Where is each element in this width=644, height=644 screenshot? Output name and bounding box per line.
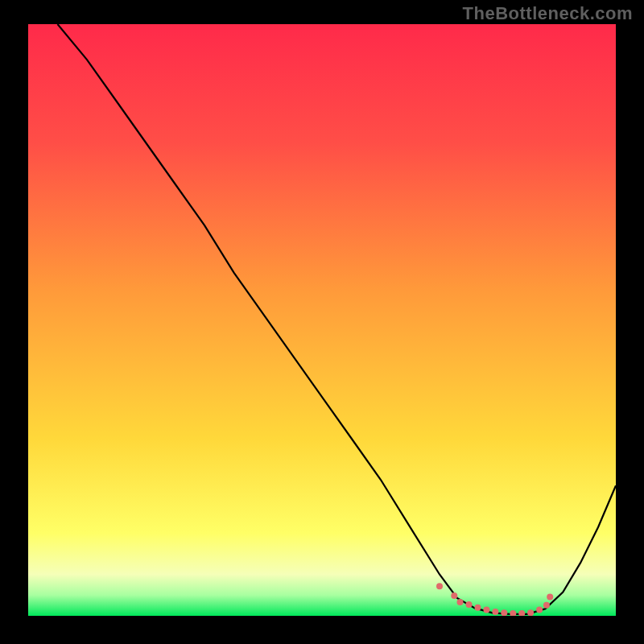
valley-marker xyxy=(436,583,443,589)
valley-marker xyxy=(466,601,473,608)
valley-marker xyxy=(483,607,489,613)
valley-marker xyxy=(527,609,534,616)
valley-marker xyxy=(492,609,498,615)
plot-svg xyxy=(28,24,616,616)
valley-marker xyxy=(501,609,507,616)
valley-marker xyxy=(451,592,457,599)
valley-marker xyxy=(543,602,550,609)
chart-frame: TheBottleneck.com xyxy=(0,0,644,644)
valley-marker xyxy=(536,607,543,613)
valley-marker xyxy=(547,594,553,601)
gradient-background xyxy=(28,24,616,616)
valley-marker xyxy=(457,599,464,605)
watermark-label: TheBottleneck.com xyxy=(463,3,633,24)
valley-marker xyxy=(475,605,481,611)
